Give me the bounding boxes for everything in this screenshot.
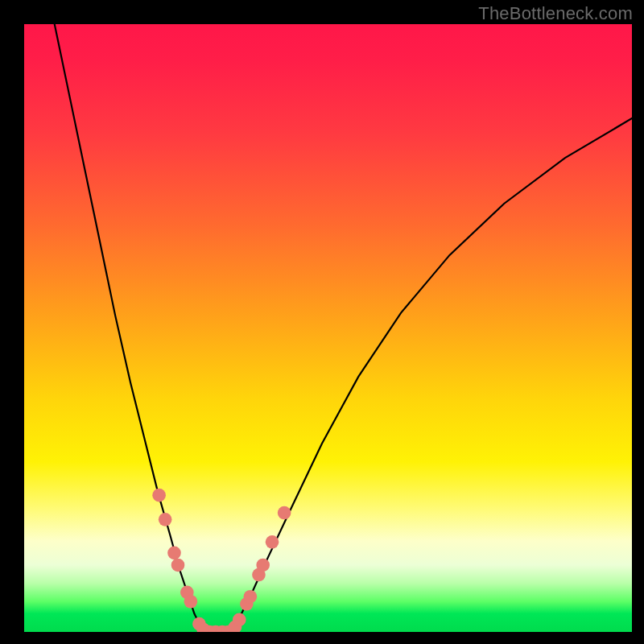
watermark-text: TheBottleneck.com xyxy=(478,3,633,24)
marker-point xyxy=(159,513,172,526)
marker-point xyxy=(278,506,291,520)
marker-point xyxy=(244,590,258,604)
marker-point xyxy=(233,613,246,627)
marker-point xyxy=(256,559,270,572)
marker-point xyxy=(167,547,181,560)
chart-frame: TheBottleneck.com xyxy=(0,0,644,644)
bottleneck-curve xyxy=(55,24,632,632)
marker-point xyxy=(152,489,166,502)
marker-group xyxy=(152,489,291,632)
plot-area xyxy=(24,24,632,632)
marker-point xyxy=(171,559,185,572)
marker-point xyxy=(184,595,198,609)
curve-layer xyxy=(24,24,632,632)
marker-point xyxy=(266,535,279,549)
